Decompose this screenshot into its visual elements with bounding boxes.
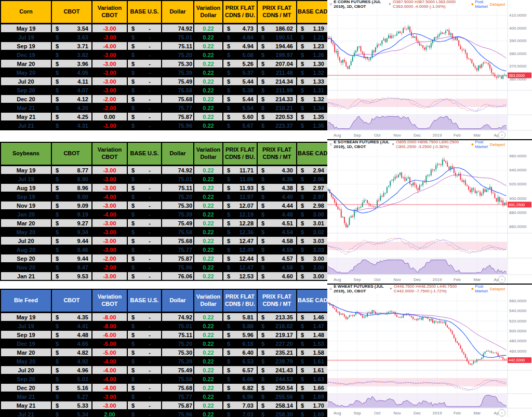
cell-base_cad[interactable]: $1.34 bbox=[297, 103, 328, 112]
cell-base_cad[interactable]: $3.00 bbox=[297, 272, 328, 280]
cell-var-dollar[interactable]: 0.22 bbox=[194, 192, 223, 201]
column-header-base-u-s-[interactable]: BASE U.S. bbox=[127, 289, 162, 313]
cell-month[interactable]: May 19 bbox=[1, 313, 51, 322]
column-header-prix-flat[interactable]: PRIX FLATCDN$ / MT bbox=[257, 1, 297, 24]
cell-base_us[interactable]: $- bbox=[127, 219, 162, 227]
cell-var-cbot[interactable]: -8.00 bbox=[92, 321, 127, 330]
cell-dollar[interactable]: 75.20 bbox=[162, 50, 194, 59]
cell-var-cbot[interactable]: -3.00 bbox=[92, 77, 127, 86]
cell-dollar[interactable]: 75.87 bbox=[162, 401, 194, 410]
cell-base_cad[interactable]: $2.97 bbox=[297, 192, 328, 201]
cell-prix_bu[interactable]: $12.47 bbox=[223, 263, 257, 272]
cell-cbot[interactable]: $9.53 bbox=[51, 272, 92, 280]
cell-base_us[interactable]: $- bbox=[127, 50, 162, 59]
cell-prix_bu[interactable]: $5.44 bbox=[223, 77, 257, 86]
cell-var-dollar[interactable]: 0.22 bbox=[194, 227, 223, 236]
cell-var-dollar[interactable]: 0.22 bbox=[194, 236, 223, 245]
cell-prix_bu[interactable]: $6.40 bbox=[223, 348, 257, 357]
cell-prix_mt[interactable]: $4.36 bbox=[257, 174, 297, 183]
cell-var-dollar[interactable]: 0.22 bbox=[194, 339, 223, 348]
cell-cbot[interactable]: $9.00 bbox=[51, 192, 92, 201]
cell-month[interactable]: Mar 21 bbox=[1, 392, 51, 401]
cell-dollar[interactable]: 75.30 bbox=[162, 59, 194, 68]
cell-var-dollar[interactable]: 0.22 bbox=[194, 174, 223, 183]
cell-var-dollar[interactable]: 0.22 bbox=[194, 410, 223, 417]
cell-var-cbot[interactable]: -6.00 bbox=[92, 330, 127, 339]
cell-prix_bu[interactable]: $12.47 bbox=[223, 236, 257, 245]
cell-base_us[interactable]: $- bbox=[127, 392, 162, 401]
cell-var-cbot[interactable]: -2.00 bbox=[92, 95, 127, 103]
cell-dollar[interactable]: 75.30 bbox=[162, 348, 194, 357]
cell-var-cbot[interactable]: -3.00 bbox=[92, 183, 127, 192]
cell-var-cbot[interactable]: -4.00 bbox=[92, 210, 127, 219]
cell-prix_bu[interactable]: $6.18 bbox=[223, 339, 257, 348]
chevron-down-icon[interactable]: ▾ bbox=[391, 142, 396, 146]
cell-month[interactable]: Jan 20 bbox=[1, 210, 51, 219]
cell-month[interactable]: Aug 19 bbox=[1, 183, 51, 192]
column-header-prix-flat[interactable]: PRIX FLATCDN$ / MT bbox=[257, 289, 297, 313]
cell-base_us[interactable]: $- bbox=[127, 383, 162, 392]
cell-cbot[interactable]: $9.27 bbox=[51, 219, 92, 227]
cell-var-cbot[interactable]: -4.00 bbox=[92, 374, 127, 383]
cell-prix_mt[interactable]: $207.04 bbox=[257, 59, 297, 68]
cell-var-cbot[interactable]: -3.00 bbox=[92, 50, 127, 59]
menu-icon[interactable]: ≡ bbox=[327, 2, 334, 7]
cell-base_cad[interactable]: $1.61 bbox=[297, 357, 328, 366]
cell-cbot[interactable]: $9.44 bbox=[51, 254, 92, 263]
cell-month[interactable]: Nov 20 bbox=[1, 263, 51, 272]
cell-month[interactable]: Dec 19 bbox=[1, 50, 51, 59]
cell-prix_mt[interactable]: $4.58 bbox=[257, 236, 297, 245]
cell-base_cad[interactable]: $3.03 bbox=[297, 236, 328, 245]
cell-base_us[interactable]: $- bbox=[127, 77, 162, 86]
wheat-futures-chart[interactable]: ≡E WHEAT FUTURES (JUL 2019), 1D, CBOT▾O4… bbox=[327, 285, 532, 417]
go-to-realtime-button[interactable]: › bbox=[499, 410, 506, 416]
cell-var-cbot[interactable]: -1.00 bbox=[92, 121, 127, 130]
cell-base_us[interactable]: $- bbox=[127, 121, 162, 130]
cell-var-dollar[interactable]: 0.22 bbox=[194, 33, 223, 42]
cell-cbot[interactable]: $5.03 bbox=[51, 374, 92, 383]
cell-cbot[interactable]: $3.96 bbox=[51, 59, 92, 68]
cell-dollar[interactable]: 75.39 bbox=[162, 210, 194, 219]
column-header-variation[interactable]: VariationDollar bbox=[194, 1, 223, 24]
cell-prix_mt[interactable]: $190.51 bbox=[257, 33, 297, 42]
cell-prix_mt[interactable]: $4.54 bbox=[257, 227, 297, 236]
cell-base_cad[interactable]: $1.47 bbox=[297, 321, 328, 330]
cell-base_cad[interactable]: $2.98 bbox=[297, 201, 328, 210]
cell-base_cad[interactable]: $3.00 bbox=[297, 254, 328, 263]
cell-cbot[interactable]: $9.09 bbox=[51, 201, 92, 210]
cell-base_cad[interactable]: $1.69 bbox=[297, 392, 328, 401]
cell-var-dollar[interactable]: 0.22 bbox=[194, 313, 223, 322]
menu-icon[interactable]: ≡ bbox=[327, 142, 334, 147]
cell-prix_bu[interactable]: $12.44 bbox=[223, 254, 257, 263]
cell-cbot[interactable]: $4.48 bbox=[51, 330, 92, 339]
cell-month[interactable]: Sep 19 bbox=[1, 192, 51, 201]
cell-base_us[interactable]: $- bbox=[127, 24, 162, 33]
cell-prix_mt[interactable]: $194.46 bbox=[257, 42, 297, 50]
cell-var-cbot[interactable]: -4.00 bbox=[92, 366, 127, 374]
column-header-dollar[interactable]: Dollar bbox=[162, 289, 194, 313]
cell-base_cad[interactable]: $1.30 bbox=[297, 59, 328, 68]
cell-prix_bu[interactable]: $5.26 bbox=[223, 59, 257, 68]
cell-var-cbot[interactable]: -3.00 bbox=[92, 392, 127, 401]
cell-base_us[interactable]: $- bbox=[127, 95, 162, 103]
corn-futures-chart[interactable]: ≡E CORN FUTURES (JUL 2019), 1D, CBOT▾O36… bbox=[327, 0, 532, 139]
cell-base_us[interactable]: $- bbox=[127, 401, 162, 410]
cell-prix_bu[interactable]: $5.44 bbox=[223, 95, 257, 103]
cell-prix_mt[interactable]: $4.48 bbox=[257, 210, 297, 219]
cell-prix_mt[interactable]: $4.40 bbox=[257, 192, 297, 201]
column-header-base-cad[interactable]: BASE CAD bbox=[297, 142, 328, 166]
cell-dollar[interactable]: 75.77 bbox=[162, 245, 194, 254]
cell-var-cbot[interactable]: -3.00 bbox=[92, 227, 127, 236]
cell-month[interactable]: May 19 bbox=[1, 166, 51, 175]
cell-prix_mt[interactable]: $4.58 bbox=[257, 263, 297, 272]
cell-prix_mt[interactable]: $186.02 bbox=[257, 24, 297, 33]
cell-base_cad[interactable]: $3.00 bbox=[297, 263, 328, 272]
cell-prix_bu[interactable]: $5.81 bbox=[223, 313, 257, 322]
cell-month[interactable]: Mar 20 bbox=[1, 219, 51, 227]
cell-var-dollar[interactable]: 0.22 bbox=[194, 392, 223, 401]
cell-cbot[interactable]: $3.54 bbox=[51, 24, 92, 33]
chart-symbol-title[interactable]: E SOYBEAN FUTURES (JUL 2019), 1D, CBOT bbox=[334, 140, 391, 149]
cell-base_cad[interactable]: $1.31 bbox=[297, 86, 328, 95]
column-header-variation[interactable]: VariationDollar bbox=[194, 289, 223, 313]
cell-base_cad[interactable]: $1.23 bbox=[297, 42, 328, 50]
